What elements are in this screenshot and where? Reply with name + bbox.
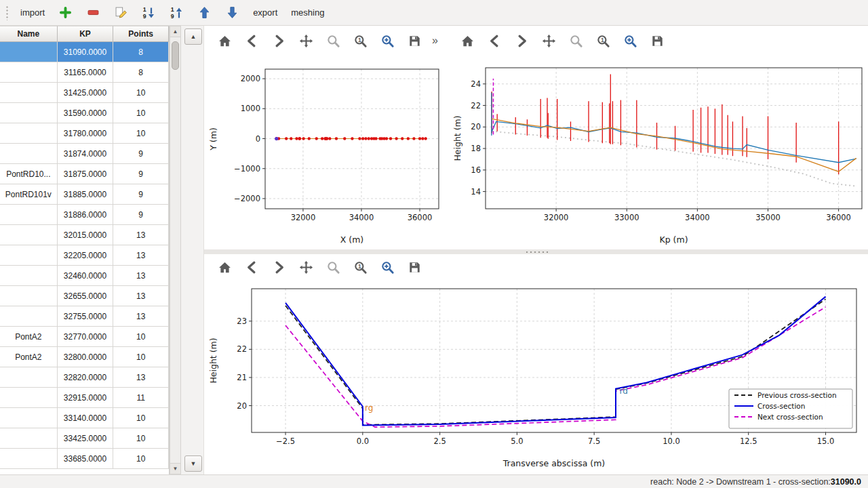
points-cell[interactable]: 13 xyxy=(113,225,169,245)
table-row[interactable]: 32205.000013 xyxy=(0,245,169,266)
table-row[interactable]: 31590.000010 xyxy=(0,103,169,123)
zoom-in-button[interactable] xyxy=(376,30,399,51)
kp-cell[interactable]: 32770.0000 xyxy=(58,327,114,347)
table-row[interactable]: 32820.000013 xyxy=(0,367,169,388)
kp-cell[interactable]: 31425.0000 xyxy=(58,83,114,103)
table-row[interactable]: 31886.00009 xyxy=(0,205,169,225)
back-button[interactable] xyxy=(484,30,506,51)
kp-cell[interactable]: 33685.0000 xyxy=(58,449,114,469)
points-cell[interactable]: 10 xyxy=(113,103,169,123)
forward-button[interactable] xyxy=(268,30,290,51)
kp-cell[interactable]: 33140.0000 xyxy=(58,408,114,428)
forward-button[interactable] xyxy=(511,30,533,51)
name-cell[interactable]: PontRD101v xyxy=(0,184,58,205)
name-cell[interactable]: PontRD10... xyxy=(0,164,58,184)
zoom-button[interactable] xyxy=(565,30,587,51)
scrollbar-thumb[interactable] xyxy=(172,41,179,70)
table-row[interactable]: PontA232800.000010 xyxy=(0,347,169,367)
table-row[interactable]: 31090.00008 xyxy=(0,42,169,62)
points-cell[interactable]: 13 xyxy=(113,266,169,286)
profile-chart[interactable]: 3200033000340003500036000141618202224Kp … xyxy=(448,57,868,249)
name-cell[interactable] xyxy=(0,449,58,469)
header-name[interactable]: Name xyxy=(0,26,58,42)
kp-cell[interactable]: 31165.0000 xyxy=(58,62,114,83)
plan-chart[interactable]: 320003400036000−2000−1000010002000X (m)Y… xyxy=(204,57,448,249)
kp-cell[interactable]: 31780.0000 xyxy=(58,123,114,144)
home-button[interactable] xyxy=(214,30,236,51)
points-cell[interactable]: 13 xyxy=(113,245,169,266)
name-cell[interactable] xyxy=(0,428,58,449)
name-cell[interactable] xyxy=(0,306,58,327)
menu-move-down[interactable] xyxy=(219,3,245,22)
points-cell[interactable]: 9 xyxy=(113,184,169,205)
kp-cell[interactable]: 33425.0000 xyxy=(58,428,114,449)
name-cell[interactable]: PontA2 xyxy=(0,347,58,367)
menu-move-up[interactable] xyxy=(191,3,218,22)
cross-section-chart[interactable]: −2.50.02.55.07.510.012.515.020212223rgrd… xyxy=(204,279,868,473)
table-row[interactable]: 31780.000010 xyxy=(0,123,169,144)
menu-meshing[interactable]: meshing xyxy=(285,5,330,20)
kp-cell[interactable]: 32460.0000 xyxy=(58,266,114,286)
table-scrollbar[interactable]: ▲ ▼ xyxy=(170,26,181,474)
header-points[interactable]: Points xyxy=(113,26,169,42)
home-button[interactable] xyxy=(214,257,236,277)
name-cell[interactable] xyxy=(0,205,58,225)
table-row[interactable]: 31874.00009 xyxy=(0,144,169,164)
back-button[interactable] xyxy=(241,30,263,51)
table-row[interactable]: 32655.000013 xyxy=(0,286,169,306)
kp-cell[interactable]: 32015.0000 xyxy=(58,225,114,245)
zoom-button[interactable] xyxy=(322,30,344,51)
menu-remove[interactable] xyxy=(80,3,106,22)
points-cell[interactable]: 10 xyxy=(113,449,169,469)
table-row[interactable]: PontRD101v31885.00009 xyxy=(0,184,169,205)
save-button[interactable] xyxy=(646,30,669,51)
points-cell[interactable]: 10 xyxy=(113,428,169,449)
points-cell[interactable]: 10 xyxy=(113,408,169,428)
kp-cell[interactable]: 31875.0000 xyxy=(58,164,114,184)
kp-cell[interactable]: 31886.0000 xyxy=(58,205,114,225)
section-down-button[interactable]: ▼ xyxy=(184,455,202,472)
menu-sort-ascending[interactable]: 19 xyxy=(136,3,162,22)
table-row[interactable]: PontRD10...31875.00009 xyxy=(0,164,169,184)
save-button[interactable] xyxy=(403,30,426,51)
table-row[interactable]: 31425.000010 xyxy=(0,83,169,103)
table-row[interactable]: 32915.000011 xyxy=(0,388,169,408)
toolbar-grip-icon[interactable] xyxy=(5,5,9,20)
pan-button[interactable] xyxy=(538,30,560,51)
name-cell[interactable] xyxy=(0,245,58,266)
pan-button[interactable] xyxy=(295,257,317,277)
splitter-handle[interactable] xyxy=(204,249,868,254)
zoom-1-button[interactable]: 1 xyxy=(592,30,614,51)
kp-cell[interactable]: 32820.0000 xyxy=(58,367,114,388)
zoom-1-button[interactable]: 1 xyxy=(349,257,372,277)
table-row[interactable]: 33140.000010 xyxy=(0,408,169,428)
toolbar-overflow-button[interactable]: » xyxy=(432,35,438,47)
menu-edit[interactable] xyxy=(108,3,134,22)
menu-sort-descending[interactable]: 19 xyxy=(163,3,190,22)
kp-cell[interactable]: 32205.0000 xyxy=(58,245,114,266)
kp-cell[interactable]: 31874.0000 xyxy=(58,144,114,164)
points-cell[interactable]: 10 xyxy=(113,327,169,347)
scroll-down-icon[interactable]: ▼ xyxy=(170,463,180,474)
points-cell[interactable]: 10 xyxy=(113,347,169,367)
name-cell[interactable] xyxy=(0,144,58,164)
header-kp[interactable]: KP xyxy=(58,26,114,42)
name-cell[interactable] xyxy=(0,225,58,245)
back-button[interactable] xyxy=(241,257,263,277)
name-cell[interactable] xyxy=(0,42,58,62)
kp-cell[interactable]: 31885.0000 xyxy=(58,184,114,205)
name-cell[interactable] xyxy=(0,367,58,388)
kp-cell[interactable]: 31090.0000 xyxy=(58,42,114,62)
name-cell[interactable] xyxy=(0,123,58,144)
pan-button[interactable] xyxy=(295,30,317,51)
name-cell[interactable] xyxy=(0,266,58,286)
forward-button[interactable] xyxy=(268,257,290,277)
name-cell[interactable] xyxy=(0,388,58,408)
kp-cell[interactable]: 32800.0000 xyxy=(58,347,114,367)
kp-cell[interactable]: 32655.0000 xyxy=(58,286,114,306)
zoom-1-button[interactable]: 1 xyxy=(349,30,372,51)
zoom-in-button[interactable] xyxy=(619,30,642,51)
menu-import[interactable]: import xyxy=(14,5,51,20)
points-cell[interactable]: 9 xyxy=(113,144,169,164)
menu-add[interactable] xyxy=(52,3,79,22)
